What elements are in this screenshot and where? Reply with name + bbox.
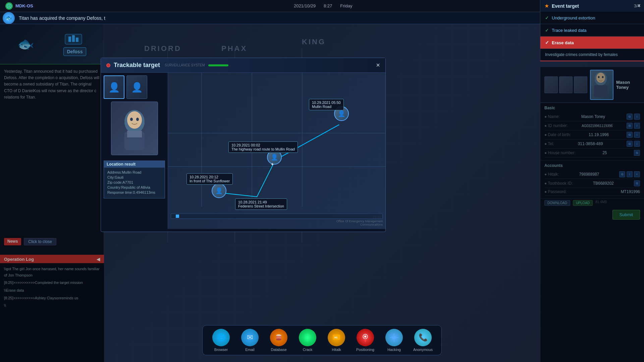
et-item-trace: ✓ Trace leaked data	[540, 24, 644, 37]
hitalk-label: Hitalk	[332, 348, 341, 352]
hitalk-icon: Hi	[328, 329, 345, 346]
browser-label: Browser	[214, 348, 228, 352]
et-header-left: ★ Event target	[544, 3, 579, 9]
track-time-4: 10.29.2021 05:50	[312, 101, 341, 105]
anonymous-label: Anonymous	[413, 348, 433, 352]
face-2: 👤	[127, 76, 147, 99]
event-target-panel: ★ Event target 3/4 × ✓ Underground extor…	[540, 0, 644, 61]
modal-title-row: Trackable target SURVEILLANCE SYSTEM	[106, 62, 228, 69]
track-place-1: In front of The Sunflower	[190, 179, 230, 183]
svg-point-38	[364, 336, 366, 338]
portrait-main	[111, 102, 158, 155]
cursor-indicator: ✦	[270, 162, 274, 167]
location-title: Location result	[104, 161, 165, 168]
track-time-1: 10.28.2021 20:12	[190, 175, 230, 179]
et-label-1: Underground extortion	[552, 15, 595, 20]
hacking-icon	[385, 329, 403, 346]
os-logo	[5, 2, 13, 10]
topbar-date: 2021/10/29	[294, 3, 316, 8]
topbar-left: MDK-OS	[5, 2, 33, 10]
portrait-thumb-1[interactable]: 👤	[104, 75, 124, 99]
modal-subtitle: SURVEILLANCE SYSTEM	[165, 63, 205, 67]
oemc-fullname: Office Of Emergency ManagementCommunicat…	[336, 220, 383, 226]
crack-icon	[299, 329, 316, 346]
face-1: 👤	[104, 76, 124, 98]
et-item-investigate[interactable]: Investigate crimes committed by females	[540, 49, 644, 61]
hitalk-svg: Hi	[332, 333, 341, 342]
svg-point-30	[276, 339, 281, 341]
svg-text:Hi: Hi	[334, 336, 337, 339]
db-svg	[275, 334, 283, 342]
topbar-time: 8:27	[324, 3, 332, 8]
taskbar-item-crack[interactable]: Crack	[296, 329, 319, 352]
timeline-indicator	[176, 215, 179, 218]
track-point-1: 10.28.2021 20:12 In front of The Sunflow…	[186, 173, 233, 185]
email-icon: ✉	[241, 329, 259, 346]
database-label: Database	[271, 348, 286, 352]
svg-point-14	[130, 118, 133, 121]
modal-header: Trackable target SURVEILLANCE SYSTEM ×	[101, 58, 385, 73]
et-label-3: Erase data	[552, 40, 574, 45]
et-label-4: Investigate crimes committed by females	[545, 52, 618, 57]
modal-close-button[interactable]: ×	[376, 61, 380, 69]
track-place-4: Mullin Road	[312, 105, 341, 109]
taskbar-item-hitalk[interactable]: Hi Hitalk	[325, 329, 348, 352]
taskbar-item-database[interactable]: Database	[267, 329, 290, 352]
taskbar-item-email[interactable]: ✉ Email	[238, 329, 262, 352]
crack-label: Crack	[303, 348, 313, 352]
location-box: Location result Address:Mullin Road City…	[104, 161, 165, 198]
track-avatar-1: 👤	[212, 183, 226, 198]
track-point-3: 10.29.2021 00:02 The highway road route …	[228, 141, 298, 153]
svg-point-31	[276, 337, 281, 339]
topbar-day: Friday	[340, 3, 352, 8]
svg-point-15	[136, 118, 139, 121]
trackable-target-modal: Trackable target SURVEILLANCE SYSTEM × 👤…	[101, 58, 386, 232]
taskbar-item-positioning[interactable]: Positioning	[354, 329, 377, 352]
topbar-center: 2021/10/29 8:27 Friday	[294, 3, 353, 8]
taskbar: 🌐 Browser ✉ Email Database Crack	[202, 325, 442, 355]
portrait-thumb-2[interactable]: 👤	[126, 75, 147, 99]
positioning-svg	[361, 333, 370, 342]
portrait-svg	[118, 107, 151, 150]
progress-container	[208, 64, 228, 66]
svg-point-39	[393, 337, 395, 339]
track-point-2: 10.28.2021 21:49 Federero Street Interse…	[235, 198, 287, 210]
track-place-3: The highway road route to Mullin Road	[231, 147, 295, 151]
modal-body: 👤 👤	[101, 73, 385, 229]
taskbar-item-hacking[interactable]: Hacking	[382, 329, 406, 352]
et-close-button[interactable]: ×	[638, 3, 641, 9]
ticker-icon: 🐟	[3, 12, 15, 24]
et-label-2: Trace leaked data	[552, 28, 587, 33]
location-zip: Zip code:A7701	[107, 180, 161, 184]
modal-overlay: Trackable target SURVEILLANCE SYSTEM × 👤…	[0, 24, 644, 362]
ticker-text: Titan has acquired the company Defoss, t	[19, 15, 105, 21]
portrait-thumbnails: 👤 👤	[101, 73, 168, 102]
timeline-bar[interactable]	[171, 214, 383, 219]
location-country: Country:Republic of Allivia	[107, 185, 161, 189]
location-address: Address:Mullin Road	[107, 170, 161, 174]
svg-point-13	[127, 111, 142, 129]
hacking-label: Hacking	[387, 348, 401, 352]
svg-rect-17	[127, 131, 142, 137]
svg-point-1	[8, 5, 10, 7]
check-icon-3: ✓	[545, 40, 549, 45]
crack-svg	[303, 333, 312, 342]
positioning-icon	[357, 329, 374, 346]
progress-bar	[208, 64, 228, 66]
track-place-2: Federero Street Intersection	[238, 204, 284, 208]
modal-title: Trackable target	[114, 62, 160, 69]
check-icon-1: ✓	[545, 15, 549, 20]
email-label: Email	[245, 348, 255, 352]
track-time-2: 10.28.2021 21:49	[238, 200, 284, 204]
taskbar-item-browser[interactable]: 🌐 Browser	[209, 329, 233, 352]
et-item-underground: ✓ Underground extortion	[540, 12, 644, 24]
modal-dot	[106, 63, 110, 67]
database-icon	[270, 329, 287, 346]
location-city: City:Gauti	[107, 175, 161, 179]
positioning-label: Positioning	[356, 348, 374, 352]
hacking-svg	[389, 333, 399, 342]
check-icon-2: ✓	[545, 27, 549, 33]
track-point-4: 10.29.2021 05:50 Mullin Road	[309, 99, 344, 110]
et-item-erase[interactable]: ✓ Erase data	[540, 37, 644, 49]
taskbar-item-anonymous[interactable]: 📞 Anonymous	[411, 329, 435, 352]
